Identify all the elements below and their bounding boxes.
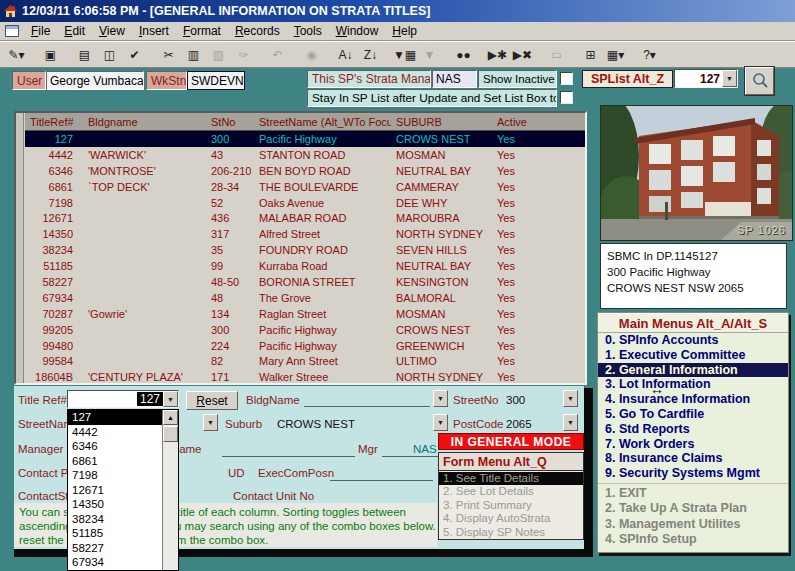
table-row[interactable]: 67934 48 The Grove BALMORAL Yes <box>25 290 585 306</box>
new-object-button[interactable]: ▦▾ <box>603 44 628 66</box>
filter-by-form-button[interactable]: ▼▦ <box>392 44 417 66</box>
menu-file[interactable]: File <box>24 23 57 39</box>
col-active[interactable]: Active <box>492 116 538 128</box>
bldgname-field[interactable] <box>304 406 430 407</box>
record-selector-bar[interactable] <box>16 113 24 383</box>
main-menu-secondary-item[interactable]: 4. SPInfo Setup <box>598 532 788 548</box>
suburb-value[interactable]: CROWS NEST <box>277 418 355 430</box>
reset-button[interactable]: Reset <box>186 391 238 410</box>
main-menu-secondary-item[interactable]: 1. EXIT <box>598 486 788 502</box>
execcomposn-field[interactable] <box>330 480 433 481</box>
form-menu-item[interactable]: 4. Display AutoStrata <box>439 512 583 525</box>
mgr-value[interactable]: NAS <box>413 443 437 455</box>
table-row[interactable]: 14350 317 Alfred Street NORTH SYDNEY Yes <box>25 226 585 242</box>
delete-record-button[interactable]: ▶✖ <box>510 44 535 66</box>
main-menu-item[interactable]: 8. Insurance Claims <box>598 451 788 466</box>
main-menu-item[interactable]: 3. Lot Information <box>598 377 788 392</box>
menu-view[interactable]: View <box>92 23 132 39</box>
table-row[interactable]: 99205 300 Pacific Highway CROWS NEST Yes <box>25 322 585 338</box>
properties-button[interactable]: ▭ <box>544 44 569 66</box>
main-menu-item[interactable]: 6. Std Reports <box>598 422 788 437</box>
print-button[interactable]: ▤ <box>72 44 97 66</box>
format-painter-button[interactable]: ✑ <box>231 44 256 66</box>
stay-in-list-checkbox[interactable] <box>560 91 573 104</box>
dropdown-item[interactable]: 4442 <box>68 425 162 440</box>
dropdown-item[interactable]: 7198 <box>68 468 162 483</box>
dropdown-item[interactable]: 6861 <box>68 454 162 469</box>
table-row[interactable]: 127 300 Pacific Highway CROWS NEST Yes <box>25 131 585 147</box>
dropdown-item[interactable]: 127 <box>68 410 162 425</box>
table-row[interactable]: 6346 'MONTROSE' 206-210 BEN BOYD ROAD NE… <box>25 163 585 179</box>
form-menu-item[interactable]: 3. Print Summary <box>439 499 583 512</box>
menu-edit[interactable]: Edit <box>57 23 92 39</box>
wkstn-field[interactable]: SWDEVNTE <box>187 71 245 90</box>
title-ref-combo-arrow-icon[interactable]: ▼ <box>163 391 178 407</box>
postcode-combo-arrow-icon[interactable]: ▼ <box>563 414 578 431</box>
table-row[interactable]: 38234 35 FOUNDRY ROAD SEVEN HILLS Yes <box>25 242 585 258</box>
contact-name-field[interactable] <box>222 456 355 457</box>
copy-button[interactable]: ▥ <box>181 44 206 66</box>
undo-button[interactable]: ↶ <box>265 44 290 66</box>
user-field[interactable]: George Vumbaca <box>46 71 144 90</box>
menu-tools[interactable]: Tools <box>287 23 329 39</box>
table-row[interactable]: 99480 224 Pacific Highway GREENWICH Yes <box>25 338 585 354</box>
find-button[interactable]: ●● <box>451 44 476 66</box>
main-menu-secondary-item[interactable]: 2. Take Up A Strata Plan <box>598 501 788 517</box>
streetno-combo-arrow-icon[interactable]: ▼ <box>563 390 578 407</box>
suburb-combo-arrow-icon[interactable]: ▼ <box>433 414 448 431</box>
streetname-combo-arrow-icon[interactable]: ▼ <box>203 414 218 431</box>
print-preview-button[interactable]: ◫ <box>97 44 122 66</box>
menu-records[interactable]: Records <box>228 23 287 39</box>
table-row[interactable]: 18604B 'CENTURY PLAZA' 171 Walker Streee… <box>25 369 585 383</box>
postcode-value[interactable]: 2065 <box>506 418 532 430</box>
sp-manager-field[interactable]: NAS <box>432 70 477 88</box>
form-menu-item[interactable]: 1. See Title Details <box>439 472 583 485</box>
main-menu-item[interactable]: 1. Executive Committee <box>598 348 788 363</box>
dropdown-item[interactable]: 67934 <box>68 555 162 570</box>
bldgname-combo-arrow-icon[interactable]: ▼ <box>433 390 448 407</box>
spelling-button[interactable]: ✔ <box>122 44 147 66</box>
cut-button[interactable]: ✂ <box>156 44 181 66</box>
dropdown-scrollbar[interactable]: ▲ <box>162 410 178 570</box>
insert-hyperlink-button[interactable]: ◉ <box>299 44 324 66</box>
paste-button[interactable]: ▧ <box>206 44 231 66</box>
dropdown-item[interactable]: 14350 <box>68 497 162 512</box>
scroll-up-icon[interactable]: ▲ <box>163 410 178 425</box>
dropdown-item[interactable]: 58227 <box>68 541 162 556</box>
splist-combo[interactable]: 127 ▼ <box>674 69 738 88</box>
menu-window[interactable]: Window <box>329 23 386 39</box>
table-row[interactable]: 51185 99 Kurraba Road NEUTRAL BAY Yes <box>25 258 585 274</box>
table-row[interactable]: 12671 436 MALABAR ROAD MAROUBRA Yes <box>25 210 585 226</box>
main-menu-item[interactable]: 4. Insurance Information <box>598 392 788 407</box>
col-stno[interactable]: StNo <box>206 116 254 128</box>
table-row[interactable]: 70287 'Gowrie' 134 Raglan Street MOSMAN … <box>25 306 585 322</box>
dropdown-item[interactable]: 51185 <box>68 526 162 541</box>
main-menu-secondary-item[interactable]: 3. Management Utilites <box>598 517 788 533</box>
dropdown-item[interactable]: 6346 <box>68 439 162 454</box>
form-menu-item[interactable]: 2. See Lot Details <box>439 485 583 498</box>
design-view-button[interactable]: ✎▾ <box>4 44 29 66</box>
show-inactive-checkbox[interactable] <box>560 72 573 85</box>
main-menu-item[interactable]: 5. Go To Cardfile <box>598 407 788 422</box>
save-button[interactable]: ▣ <box>38 44 63 66</box>
menu-insert[interactable]: Insert <box>132 23 176 39</box>
col-streetname[interactable]: StreetName (Alt_WTo Focus ) <box>254 116 391 128</box>
dropdown-item[interactable]: 70287 <box>68 570 162 571</box>
main-menu-item[interactable]: 9. Security Systems Mgmt <box>598 466 788 481</box>
help-button[interactable]: ?▾ <box>637 44 662 66</box>
new-record-button[interactable]: ▶✱ <box>485 44 510 66</box>
table-row[interactable]: 58227 48-50 BORONIA STREET KENSINGTON Ye… <box>25 274 585 290</box>
streetno-value[interactable]: 300 <box>506 394 525 406</box>
database-window-button[interactable]: ⊞ <box>578 44 603 66</box>
col-titleref[interactable]: TitleRef# <box>25 116 83 128</box>
sort-descending-button[interactable]: Z↓ <box>358 44 383 66</box>
table-row[interactable]: 6861 `TOP DECK' 28-34 THE BOULEVARDE CAM… <box>25 179 585 195</box>
dropdown-item[interactable]: 12671 <box>68 483 162 498</box>
main-menu-item[interactable]: 2. General Information <box>598 363 788 378</box>
title-ref-combo[interactable]: 127 ▼ <box>67 390 179 408</box>
scrollbar-thumb[interactable] <box>163 426 178 442</box>
table-row[interactable]: 7198 52 Oaks Avenue DEE WHY Yes <box>25 195 585 211</box>
col-bldgname[interactable]: Bldgname <box>83 116 206 128</box>
splist-button[interactable]: SPList Alt_Z <box>582 70 673 88</box>
search-button[interactable] <box>745 67 774 95</box>
